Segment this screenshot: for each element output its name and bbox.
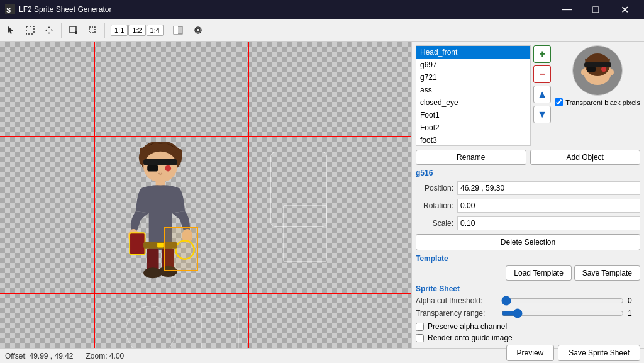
list-item[interactable]: foot3 [416, 134, 530, 146]
alpha-slider[interactable] [501, 296, 624, 306]
preserve-alpha-label: Preserve alpha channel [428, 322, 507, 331]
render-guide-row: Render onto guide image [416, 333, 640, 342]
bg-color-button[interactable] [170, 21, 188, 39]
alpha-threshold-row: Alpha cut threshold: 0 [416, 296, 640, 306]
move-down-button[interactable]: ▼ [533, 106, 551, 123]
scale-1-2-button[interactable]: 1:2 [128, 25, 145, 36]
preview-button[interactable]: Preview [506, 345, 555, 361]
svg-rect-28 [157, 243, 164, 247]
remove-item-button[interactable]: − [533, 65, 551, 83]
load-template-button[interactable]: Load Template [506, 265, 572, 281]
svg-rect-33 [587, 67, 596, 72]
svg-point-17 [165, 165, 171, 172]
svg-marker-4 [48, 26, 50, 34]
save-sprite-sheet-button[interactable]: Save Sprite Sheet [558, 345, 640, 361]
properties-section: g516 Position: Rotation: Scale: Delete S… [416, 169, 640, 250]
pointer-tool-button[interactable] [3, 21, 20, 39]
sprite-character [104, 142, 217, 281]
minimize-button[interactable]: — [552, 0, 581, 19]
template-label: Template [416, 254, 640, 263]
bottom-actions: Preview Save Sprite Sheet [416, 345, 640, 361]
svg-text:S: S [6, 6, 11, 14]
move-up-button[interactable]: ▲ [533, 86, 551, 103]
list-item[interactable]: Foot2 [416, 121, 530, 134]
title-bar: S LF2 Sprite Sheet Generator — □ ✕ [0, 0, 644, 19]
separator-2 [104, 23, 105, 38]
scale-group: 1:1 1:2 1:4 [111, 25, 164, 36]
list-item[interactable]: ass [416, 84, 530, 96]
move-tool-button[interactable] [40, 21, 58, 39]
top-section: Head_front g697 g721 ass closed_eye Foot… [416, 45, 640, 146]
alpha-label: Alpha cut threshold: [416, 296, 497, 305]
preserve-alpha-checkbox[interactable] [416, 323, 424, 331]
svg-rect-15 [143, 159, 177, 165]
sprite-sheet-label: Sprite Sheet [416, 284, 640, 293]
select-tool-button[interactable] [21, 21, 39, 39]
rename-button[interactable]: Rename [416, 150, 526, 165]
template-section: Template Load Template Save Template [416, 254, 640, 281]
list-item[interactable]: Foot1 [416, 109, 530, 121]
template-buttons: Load Template Save Template [416, 265, 640, 281]
transparency-slider[interactable] [501, 308, 624, 318]
rotation-row: Rotation: [416, 199, 640, 213]
app-title: LF2 Sprite Sheet Generator [19, 5, 552, 14]
transparent-pixels-checkbox[interactable] [555, 98, 563, 106]
svg-point-34 [601, 67, 606, 72]
svg-point-36 [609, 69, 614, 75]
scale-row: Scale: [416, 216, 640, 230]
crop-tool-button[interactable] [84, 21, 101, 39]
settings-button[interactable] [189, 21, 207, 39]
render-guide-checkbox[interactable] [416, 334, 424, 342]
list-item[interactable]: g721 [416, 71, 530, 84]
app-icon: S [5, 4, 15, 14]
render-guide-label: Render onto guide image [428, 333, 513, 342]
object-list[interactable]: Head_front g697 g721 ass closed_eye Foot… [416, 45, 531, 146]
sprite-sheet-section: Sprite Sheet Alpha cut threshold: 0 Tran… [416, 284, 640, 318]
list-item[interactable]: g697 [416, 59, 530, 71]
scale-1-4-button[interactable]: 1:4 [147, 25, 164, 36]
ghost-4 [201, 312, 239, 348]
main-content: Head_front g697 g721 ass closed_eye Foot… [0, 42, 644, 348]
resize-tool-button[interactable] [65, 21, 82, 39]
svg-rect-32 [584, 62, 611, 67]
svg-rect-10 [174, 26, 178, 34]
separator-3 [167, 23, 167, 38]
delete-selection-button[interactable]: Delete Selection [416, 234, 640, 250]
separator-1 [61, 23, 62, 38]
svg-rect-7 [75, 31, 77, 34]
save-template-button[interactable]: Save Template [574, 265, 640, 281]
rotation-label: Rotation: [416, 201, 453, 210]
offset-display: Offset: 49.99 , 49.42 [5, 352, 74, 360]
zoom-display: Zoom: 4.00 [86, 352, 125, 360]
add-item-button[interactable]: + [533, 45, 551, 63]
svg-marker-5 [45, 29, 53, 31]
scale-1-1-button[interactable]: 1:1 [111, 25, 128, 36]
ghost-2 [283, 205, 327, 262]
svg-point-25 [143, 267, 162, 278]
toolbar: 1:1 1:2 1:4 [0, 19, 644, 42]
svg-marker-2 [8, 26, 13, 34]
position-input[interactable] [457, 181, 640, 195]
list-item[interactable]: Head_front [416, 46, 530, 59]
preview-image [572, 45, 623, 96]
maximize-button[interactable]: □ [581, 0, 610, 19]
canvas-area[interactable] [0, 42, 411, 348]
rotation-input[interactable] [457, 199, 640, 213]
window-controls: — □ ✕ [552, 0, 639, 19]
svg-rect-21 [130, 233, 145, 254]
close-button[interactable]: ✕ [610, 0, 639, 19]
transparency-value: 1 [628, 309, 640, 318]
svg-rect-8 [89, 27, 95, 33]
object-name-label: g516 [416, 169, 640, 177]
selection-box[interactable] [164, 227, 198, 271]
svg-point-11 [196, 28, 200, 32]
scale-label: Scale: [416, 219, 453, 228]
add-object-button[interactable]: Add Object [530, 150, 641, 165]
transparency-range-row: Transparency range: 1 [416, 308, 640, 318]
action-row: Rename Add Object [416, 150, 640, 165]
right-panel: Head_front g697 g721 ass closed_eye Foot… [411, 42, 644, 348]
list-item[interactable]: closed_eye [416, 96, 530, 109]
alpha-value: 0 [628, 296, 640, 305]
scale-input[interactable] [457, 216, 640, 230]
preserve-alpha-row: Preserve alpha channel [416, 322, 640, 331]
